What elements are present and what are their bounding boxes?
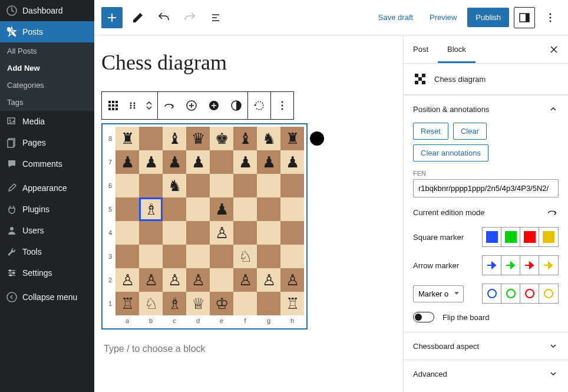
square-a1[interactable]: ♖: [115, 292, 139, 315]
square-b7[interactable]: ♟: [139, 150, 163, 174]
square-g2[interactable]: ♙: [257, 268, 280, 292]
circle-marker-red[interactable]: [520, 284, 539, 303]
preview-button[interactable]: Preview: [424, 8, 463, 27]
square-a4[interactable]: [115, 221, 139, 245]
square-a6[interactable]: [115, 174, 139, 197]
square-d8[interactable]: ♛: [186, 127, 210, 150]
arrow-marker-yellow[interactable]: [539, 256, 558, 275]
close-inspector-button[interactable]: [544, 40, 563, 59]
block-type-button[interactable]: [102, 92, 124, 119]
square-e4[interactable]: ♙: [210, 221, 233, 245]
panel-advanced-header[interactable]: Advanced: [404, 360, 568, 387]
sidebar-sub-all-posts[interactable]: All Posts: [0, 42, 94, 60]
document-outline-button[interactable]: [205, 7, 226, 28]
square-d5[interactable]: [186, 197, 210, 221]
post-title[interactable]: Chess diagram: [101, 50, 396, 75]
square-c3[interactable]: [163, 245, 186, 268]
square-e1[interactable]: ♔: [210, 292, 233, 315]
rotate-button[interactable]: [248, 92, 270, 119]
sidebar-item-comments[interactable]: Comments: [0, 153, 94, 174]
tab-block[interactable]: Block: [438, 35, 475, 63]
arrow-tool-button[interactable]: [158, 92, 180, 119]
square-h8[interactable]: ♜: [280, 127, 304, 150]
panel-aspect-header[interactable]: Chessboard aspect: [404, 332, 568, 360]
square-g8[interactable]: ♞: [257, 127, 280, 150]
square-h4[interactable]: [280, 221, 304, 245]
square-c5[interactable]: [163, 197, 186, 221]
square-h7[interactable]: ♟: [280, 150, 304, 174]
sidebar-item-posts[interactable]: Posts: [0, 21, 94, 42]
square-g4[interactable]: [257, 221, 280, 245]
square-e7[interactable]: [210, 150, 233, 174]
tab-post[interactable]: Post: [404, 35, 438, 63]
move-updown-button[interactable]: [141, 92, 157, 119]
square-h3[interactable]: [280, 245, 304, 268]
sidebar-item-settings[interactable]: Settings: [0, 262, 94, 284]
sidebar-item-users[interactable]: Users: [0, 220, 94, 241]
marker-select-wrap[interactable]: Marker o: [413, 285, 464, 302]
chessboard-block[interactable]: 8♜♝♛♚♝♞♜7♟♟♟♟♟♟♟6♞5♗♟4♙3♘2♙♙♙♙♙♙♙1♖♘♗♕♔♖…: [101, 123, 308, 330]
sidebar-item-tools[interactable]: Tools: [0, 241, 94, 262]
square-d4[interactable]: [186, 221, 210, 245]
square-d3[interactable]: [186, 245, 210, 268]
square-e8[interactable]: ♚: [210, 127, 233, 150]
square-c7[interactable]: ♟: [163, 150, 186, 174]
add-block-button[interactable]: [101, 7, 123, 28]
circle-marker-blue[interactable]: [483, 284, 501, 303]
flip-board-toggle[interactable]: [413, 312, 434, 322]
square-f6[interactable]: [233, 174, 257, 197]
square-d1[interactable]: ♕: [186, 292, 210, 315]
save-draft-button[interactable]: Save draft: [372, 8, 419, 27]
sidebar-item-appearance[interactable]: Appearance: [0, 177, 94, 199]
redo-button[interactable]: [179, 7, 200, 28]
editor-canvas[interactable]: Chess diagram: [94, 35, 403, 392]
square-c4[interactable]: [163, 221, 186, 245]
undo-button[interactable]: [153, 7, 174, 28]
marker-select[interactable]: Marker o: [413, 285, 464, 302]
sidebar-sub-categories[interactable]: Categories: [0, 77, 94, 94]
square-e6[interactable]: [210, 174, 233, 197]
square-a8[interactable]: ♜: [115, 127, 139, 150]
square-a2[interactable]: ♙: [115, 268, 139, 292]
sidebar-item-pages[interactable]: Pages: [0, 132, 94, 153]
publish-button[interactable]: Publish: [467, 8, 509, 27]
add-piece-filled-button[interactable]: [203, 92, 225, 119]
square-g6[interactable]: [257, 174, 280, 197]
square-e5[interactable]: ♟: [210, 197, 233, 221]
square-h2[interactable]: ♙: [280, 268, 304, 292]
square-a3[interactable]: [115, 245, 139, 268]
fen-input[interactable]: [413, 179, 559, 197]
square-g7[interactable]: ♟: [257, 150, 280, 174]
square-c2[interactable]: ♙: [163, 268, 186, 292]
square-b6[interactable]: [139, 174, 163, 197]
circle-marker-yellow[interactable]: [539, 284, 558, 303]
square-h1[interactable]: ♖: [280, 292, 304, 315]
square-e2[interactable]: [210, 268, 233, 292]
sidebar-item-media[interactable]: Media: [0, 111, 94, 132]
square-f1[interactable]: [233, 292, 257, 315]
square-f8[interactable]: ♝: [233, 127, 257, 150]
square-f5[interactable]: [233, 197, 257, 221]
square-marker-blue[interactable]: [483, 228, 501, 246]
square-d7[interactable]: ♟: [186, 150, 210, 174]
square-c6[interactable]: ♞: [163, 174, 186, 197]
square-a7[interactable]: ♟: [115, 150, 139, 174]
square-h5[interactable]: [280, 197, 304, 221]
sidebar-sub-tags[interactable]: Tags: [0, 94, 94, 111]
sidebar-item-dashboard[interactable]: Dashboard: [0, 0, 94, 21]
square-b8[interactable]: [139, 127, 163, 150]
sidebar-item-plugins[interactable]: Plugins: [0, 199, 94, 220]
square-b5[interactable]: ♗: [139, 197, 163, 221]
block-more-button[interactable]: [271, 92, 293, 119]
square-h6[interactable]: [280, 174, 304, 197]
square-c8[interactable]: ♝: [163, 127, 186, 150]
square-marker-red[interactable]: [520, 228, 539, 246]
square-e3[interactable]: [210, 245, 233, 268]
clear-annotations-button[interactable]: Clear annotations: [413, 144, 488, 162]
square-f4[interactable]: [233, 221, 257, 245]
edit-mode-button[interactable]: [127, 7, 148, 28]
square-g3[interactable]: [257, 245, 280, 268]
square-b2[interactable]: ♙: [139, 268, 163, 292]
square-b1[interactable]: ♘: [139, 292, 163, 315]
contrast-button[interactable]: [225, 92, 247, 119]
